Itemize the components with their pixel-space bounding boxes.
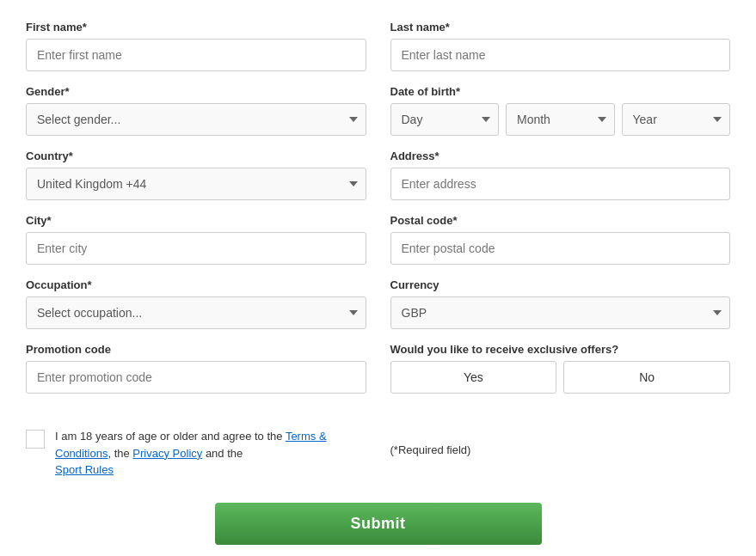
checkbox-label: I am 18 years of age or older and agree … — [55, 428, 366, 479]
terms-checkbox[interactable] — [26, 430, 45, 449]
submit-button[interactable]: Submit — [215, 503, 542, 545]
sport-link[interactable]: Sport Rules — [55, 463, 114, 476]
required-note: (*Required field) — [390, 443, 731, 456]
promo-input[interactable] — [26, 361, 366, 394]
postal-code-input[interactable] — [390, 232, 731, 265]
checkbox-area-container: I am 18 years of age or older and agree … — [26, 421, 366, 486]
offers-label: Would you like to receive exclusive offe… — [390, 343, 731, 356]
occupation-select-wrapper: Select occupation... Employed Self-emplo… — [26, 296, 366, 329]
currency-select-wrapper: GBP USD EUR AUD — [390, 296, 731, 329]
dob-day-select[interactable]: Day — [390, 103, 500, 136]
postal-code-group: Postal code* — [390, 214, 731, 265]
dob-month-select[interactable]: Month — [506, 103, 615, 136]
currency-label: Currency — [390, 278, 731, 291]
gender-group: Gender* Select gender... Male Female Oth… — [26, 85, 366, 136]
dob-year-wrapper: Year — [622, 103, 731, 136]
dob-selects: Day Month Year — [390, 103, 731, 136]
dob-label: Date of birth* — [390, 85, 731, 98]
terms-checkbox-area: I am 18 years of age or older and agree … — [26, 428, 366, 479]
promo-label: Promotion code — [26, 343, 366, 356]
offers-group: Would you like to receive exclusive offe… — [390, 343, 731, 394]
city-group: City* — [26, 214, 366, 265]
country-select[interactable]: United Kingdom +44 United States +1 Germ… — [26, 168, 366, 200]
registration-form: First name* Last name* Gender* Select ge… — [0, 0, 756, 556]
currency-select[interactable]: GBP USD EUR AUD — [390, 296, 731, 329]
city-input[interactable] — [26, 232, 366, 265]
dob-group: Date of birth* Day Month Year — [390, 85, 731, 136]
and-text2: and the — [202, 447, 243, 460]
gender-select[interactable]: Select gender... Male Female Other — [26, 103, 366, 136]
required-note-container: (*Required field) — [390, 421, 731, 486]
first-name-label: First name* — [26, 21, 366, 34]
offer-buttons-group: Yes No — [390, 361, 731, 394]
last-name-label: Last name* — [390, 21, 731, 34]
gender-label: Gender* — [26, 85, 366, 98]
occupation-group: Occupation* Select occupation... Employe… — [26, 278, 366, 329]
last-name-group: Last name* — [390, 21, 731, 71]
offers-yes-button[interactable]: Yes — [390, 361, 557, 394]
dob-year-select[interactable]: Year — [622, 103, 731, 136]
and-text: , the — [108, 447, 132, 460]
promo-group: Promotion code — [26, 343, 366, 394]
privacy-link[interactable]: Privacy Policy — [132, 447, 202, 460]
occupation-select[interactable]: Select occupation... Employed Self-emplo… — [26, 296, 366, 329]
country-select-wrapper: United Kingdom +44 United States +1 Germ… — [26, 168, 366, 200]
address-label: Address* — [390, 150, 731, 162]
offers-no-button[interactable]: No — [563, 361, 730, 394]
country-label: Country* — [26, 150, 366, 162]
currency-group: Currency GBP USD EUR AUD — [390, 278, 731, 329]
last-name-input[interactable] — [390, 39, 731, 71]
address-group: Address* — [390, 150, 731, 200]
first-name-group: First name* — [26, 21, 366, 71]
gender-select-wrapper: Select gender... Male Female Other — [26, 103, 366, 136]
bottom-section: I am 18 years of age or older and agree … — [26, 421, 730, 486]
address-input[interactable] — [390, 168, 731, 200]
checkbox-text: I am 18 years of age or older and agree … — [55, 430, 286, 443]
city-label: City* — [26, 214, 366, 227]
occupation-label: Occupation* — [26, 278, 366, 291]
postal-code-label: Postal code* — [390, 214, 731, 227]
dob-day-wrapper: Day — [390, 103, 500, 136]
dob-month-wrapper: Month — [506, 103, 615, 136]
first-name-input[interactable] — [26, 39, 366, 71]
submit-row: Submit — [26, 503, 730, 545]
country-group: Country* United Kingdom +44 United State… — [26, 150, 366, 200]
